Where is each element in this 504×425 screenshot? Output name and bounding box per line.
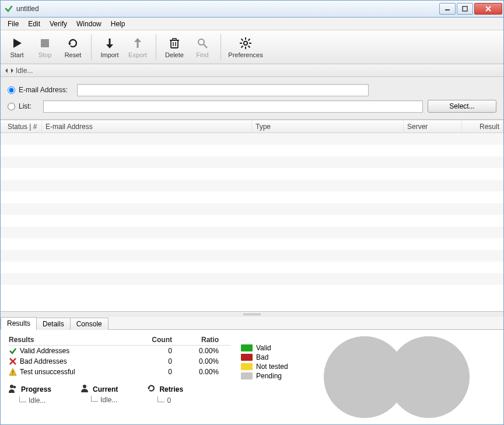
svg-line-23 bbox=[242, 39, 243, 40]
minimize-button[interactable] bbox=[439, 3, 456, 15]
email-label: E-mail Address: bbox=[19, 86, 77, 94]
row-valid-ratio: 0.00% bbox=[172, 347, 219, 355]
close-button[interactable] bbox=[474, 3, 502, 15]
svg-rect-11 bbox=[171, 40, 178, 48]
reset-button[interactable]: Reset bbox=[59, 32, 87, 62]
preferences-button[interactable]: Preferences bbox=[225, 32, 266, 62]
delete-button[interactable]: Delete bbox=[160, 32, 188, 62]
table-row bbox=[1, 227, 503, 238]
x-icon bbox=[9, 357, 17, 365]
email-radio[interactable] bbox=[8, 86, 15, 94]
table-row bbox=[1, 168, 503, 180]
svg-marker-27 bbox=[5, 68, 8, 73]
svg-point-16 bbox=[198, 39, 204, 45]
person-icon bbox=[80, 384, 90, 394]
toolbar: Start Stop Reset Import Export bbox=[1, 30, 503, 64]
svg-marker-4 bbox=[13, 39, 22, 48]
email-input[interactable] bbox=[77, 84, 369, 96]
row-unsuccessful-label: Test unsuccessful bbox=[20, 368, 75, 376]
import-label: Import bbox=[100, 51, 118, 58]
progress-value: Idle... bbox=[29, 396, 46, 405]
table-row bbox=[1, 133, 503, 145]
tab-results[interactable]: Results bbox=[1, 317, 37, 330]
select-button[interactable]: Select... bbox=[428, 100, 496, 113]
stop-icon bbox=[38, 36, 52, 50]
table-row bbox=[1, 215, 503, 227]
input-panel: E-mail Address: List: Select... bbox=[1, 77, 503, 120]
menu-edit[interactable]: Edit bbox=[23, 18, 45, 30]
stop-label: Stop bbox=[38, 51, 52, 58]
svg-marker-6 bbox=[68, 43, 71, 46]
person-icon bbox=[9, 384, 18, 395]
stop-button: Stop bbox=[31, 32, 59, 62]
menu-window[interactable]: Window bbox=[72, 18, 106, 30]
svg-point-35 bbox=[13, 386, 16, 388]
table-row bbox=[1, 191, 503, 203]
svg-line-25 bbox=[249, 39, 250, 40]
current-label: Current bbox=[93, 385, 118, 393]
pie-chart bbox=[299, 336, 495, 419]
swatch-valid bbox=[241, 344, 253, 351]
col-result[interactable]: Result bbox=[462, 120, 503, 133]
tab-details[interactable]: Details bbox=[36, 318, 71, 330]
svg-marker-8 bbox=[106, 44, 113, 48]
row-bad-ratio: 0.00% bbox=[172, 357, 219, 365]
table-row bbox=[1, 285, 503, 297]
col-status[interactable]: Status | # bbox=[4, 120, 42, 133]
col-type[interactable]: Type bbox=[252, 120, 404, 133]
table-row bbox=[1, 203, 503, 215]
refresh-icon bbox=[66, 36, 80, 50]
check-icon bbox=[9, 347, 17, 355]
results-head-count: Count bbox=[125, 336, 172, 344]
swatch-pending bbox=[241, 372, 253, 379]
tab-console[interactable]: Console bbox=[70, 318, 108, 330]
import-icon bbox=[103, 36, 117, 50]
menu-verify[interactable]: Verify bbox=[45, 18, 72, 30]
svg-marker-28 bbox=[11, 68, 13, 73]
import-button[interactable]: Import bbox=[96, 32, 124, 62]
row-valid-count: 0 bbox=[125, 347, 172, 355]
titlebar: untitled bbox=[0, 0, 504, 18]
menu-file[interactable]: File bbox=[3, 18, 23, 30]
status-text: Idle... bbox=[16, 67, 33, 75]
legend: Valid Bad Not tested Pending bbox=[241, 336, 288, 419]
table-body bbox=[1, 133, 503, 311]
export-button: Export bbox=[124, 32, 152, 62]
swatch-not-tested bbox=[241, 363, 253, 370]
current-value: Idle... bbox=[100, 396, 117, 404]
list-radio[interactable] bbox=[8, 103, 15, 110]
svg-point-34 bbox=[10, 385, 13, 388]
splitter[interactable] bbox=[1, 312, 503, 317]
menubar: File Edit Verify Window Help bbox=[1, 18, 503, 30]
svg-rect-15 bbox=[173, 39, 176, 40]
svg-point-36 bbox=[83, 385, 86, 388]
row-bad-count: 0 bbox=[125, 357, 172, 365]
delete-label: Delete bbox=[165, 51, 184, 58]
retries-value: 0 bbox=[167, 396, 171, 405]
svg-line-17 bbox=[204, 44, 207, 48]
table-header: Status | # E-mail Address Type Server Re… bbox=[1, 120, 503, 133]
col-email[interactable]: E-mail Address bbox=[42, 120, 252, 133]
results-head-ratio: Ratio bbox=[172, 336, 219, 344]
svg-line-26 bbox=[242, 46, 243, 47]
table-row bbox=[1, 238, 503, 250]
search-icon bbox=[195, 36, 209, 50]
window-title: untitled bbox=[16, 5, 439, 13]
table-row bbox=[1, 156, 503, 168]
progress-label: Progress bbox=[21, 385, 51, 393]
svg-rect-5 bbox=[41, 39, 49, 47]
reset-label: Reset bbox=[65, 51, 82, 58]
bottom-panel: Results Details Console Results Count Ra… bbox=[1, 317, 503, 424]
start-button[interactable]: Start bbox=[3, 32, 31, 62]
list-input[interactable] bbox=[43, 100, 423, 113]
tabs: Results Details Console bbox=[1, 317, 503, 330]
menu-help[interactable]: Help bbox=[106, 18, 130, 30]
maximize-button[interactable] bbox=[457, 3, 473, 15]
row-unsuccessful-ratio: 0.00% bbox=[172, 368, 219, 376]
results-head-results: Results bbox=[9, 336, 125, 344]
find-button: Find bbox=[188, 32, 216, 62]
table-row bbox=[1, 250, 503, 262]
tab-content: Results Count Ratio Valid Addresses 0 0.… bbox=[1, 330, 503, 424]
col-server[interactable]: Server bbox=[404, 120, 462, 133]
svg-marker-37 bbox=[148, 388, 150, 390]
